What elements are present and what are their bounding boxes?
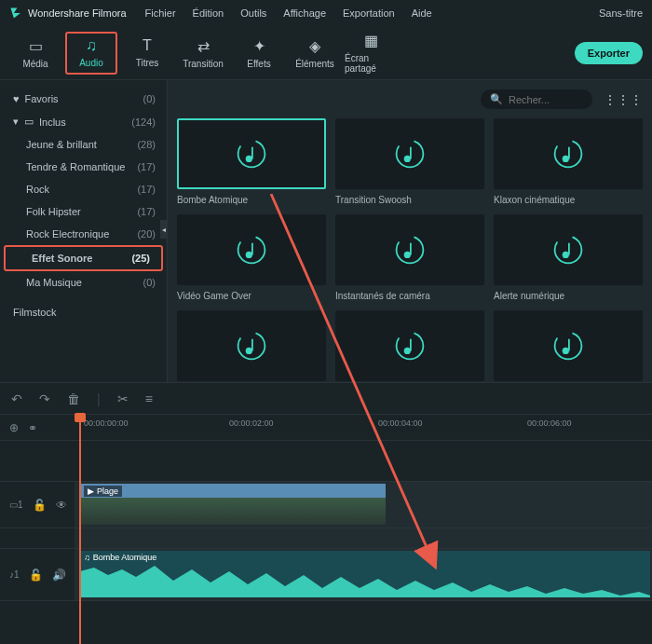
- delete-button[interactable]: 🗑: [67, 391, 80, 406]
- sidebar-inclus[interactable]: ▾▭Inclus (124): [0, 110, 167, 133]
- menu-fichier[interactable]: Fichier: [145, 7, 176, 19]
- sparkle-icon: ✦: [253, 37, 265, 55]
- sidebar-cat-3[interactable]: Folk Hipster(17): [0, 200, 167, 223]
- lock-icon[interactable]: 🔓: [33, 499, 47, 512]
- cut-button[interactable]: ✂: [117, 391, 129, 406]
- video-track-row: ▭1 🔓 👁 ▶Plage: [0, 481, 652, 528]
- menu-edition[interactable]: Édition: [193, 7, 224, 19]
- settings-button[interactable]: ≡: [145, 391, 153, 406]
- export-button[interactable]: Exporter: [575, 42, 643, 64]
- thumb-instantanes[interactable]: Instantanés de caméra: [335, 214, 484, 301]
- timeline: ⊕ ⚭ 00:00:00:00 00:00:02:00 00:00:04:00 …: [0, 414, 652, 619]
- search-icon: 🔍: [490, 93, 503, 105]
- audio-track-controls: ♪1 🔓 🔊: [0, 549, 75, 600]
- sidebar-cat-0[interactable]: Jeune & brillant(28): [0, 133, 167, 156]
- main-area: ♥Favoris (0) ▾▭Inclus (124) Jeune & bril…: [0, 80, 652, 382]
- tab-elements[interactable]: ◈ Éléments: [289, 32, 341, 75]
- video-clip[interactable]: ▶Plage: [80, 484, 386, 525]
- menu-affichage[interactable]: Affichage: [283, 7, 326, 19]
- thumb-transition-swoosh[interactable]: Transition Swoosh: [335, 118, 484, 205]
- audio-thumb-icon: [235, 329, 268, 363]
- ruler-controls: ⊕ ⚭: [0, 415, 75, 440]
- folder-icon: ▭: [24, 116, 34, 128]
- tab-media[interactable]: ▭ Média: [9, 32, 61, 75]
- search-box[interactable]: 🔍: [481, 89, 592, 109]
- music-note-icon: ♫: [86, 37, 97, 54]
- video-track-controls: ▭1 🔓 👁: [0, 482, 75, 528]
- tab-titres[interactable]: T Titres: [121, 32, 173, 75]
- sidebar-cat-effet-sonore[interactable]: Effet Sonore(25): [4, 245, 163, 271]
- menu-aide[interactable]: Aide: [412, 7, 432, 19]
- audio-thumb-icon: [551, 329, 585, 363]
- audio-thumb-icon: [551, 233, 585, 267]
- toolbar: ▭ Média ♫ Audio T Titres ⇄ Transition ✦ …: [0, 26, 652, 80]
- audio-track[interactable]: ♫Bombe Atomique: [75, 549, 652, 600]
- thumb-7[interactable]: [177, 310, 326, 381]
- sidebar-collapse-handle[interactable]: ◂: [160, 220, 168, 239]
- sidebar-cat-1[interactable]: Tendre & Romantique(17): [0, 156, 167, 178]
- content-area: 🔍 ⋮⋮⋮ Bombe Atomique Transition Swoosh K…: [168, 80, 652, 382]
- svg-point-11: [563, 252, 569, 258]
- play-icon: ▶: [88, 486, 94, 496]
- filmora-logo-icon: [9, 7, 22, 20]
- lock-icon[interactable]: 🔓: [29, 569, 43, 582]
- svg-point-7: [246, 252, 252, 258]
- folder-icon: ▭: [29, 37, 43, 55]
- heart-icon: ♥: [13, 93, 20, 104]
- thumb-klaxon[interactable]: Klaxon cinématique: [494, 118, 643, 205]
- waveform: [80, 564, 650, 597]
- app-logo: Wondershare Filmora: [9, 7, 127, 20]
- thumb-8[interactable]: [335, 310, 484, 381]
- undo-button[interactable]: ↶: [11, 391, 22, 406]
- thumb-game-over[interactable]: Vidéo Game Over: [177, 214, 326, 301]
- tab-transition[interactable]: ⇄ Transition: [177, 32, 229, 75]
- svg-point-5: [563, 156, 569, 162]
- sidebar-favoris[interactable]: ♥Favoris (0): [0, 88, 167, 110]
- sidebar-cat-4[interactable]: Rock Electronique(20): [0, 223, 167, 245]
- svg-point-15: [404, 348, 411, 354]
- thumb-9[interactable]: [494, 310, 643, 381]
- add-marker-button[interactable]: ⊕: [9, 421, 19, 434]
- app-name: Wondershare Filmora: [28, 7, 127, 19]
- audio-clip[interactable]: ♫Bombe Atomique: [80, 551, 650, 597]
- sidebar-filmstock[interactable]: Filmstock: [0, 301, 167, 323]
- menu-exportation[interactable]: Exportation: [343, 7, 395, 19]
- sidebar: ♥Favoris (0) ▾▭Inclus (124) Jeune & bril…: [0, 80, 168, 382]
- tab-split-screen[interactable]: ▦ Écran partagé: [345, 32, 397, 75]
- link-button[interactable]: ⚭: [28, 421, 37, 434]
- music-icon: ♫: [84, 553, 90, 562]
- sidebar-cat-2[interactable]: Rock(17): [0, 178, 167, 200]
- grid-view-toggle[interactable]: ⋮⋮⋮: [604, 92, 643, 107]
- thumb-alerte[interactable]: Alerte numérique: [494, 214, 643, 301]
- audio-thumb-icon: [235, 137, 268, 171]
- text-icon: T: [143, 37, 152, 54]
- audio-thumb-icon: [235, 233, 268, 267]
- time-ruler[interactable]: 00:00:00:00 00:00:02:00 00:00:04:00 00:0…: [75, 415, 652, 440]
- tab-effets[interactable]: ✦ Effets: [233, 32, 285, 75]
- chevron-down-icon: ▾: [13, 116, 19, 128]
- thumb-bombe-atomique[interactable]: Bombe Atomique: [177, 118, 326, 205]
- svg-point-17: [563, 348, 569, 354]
- transition-icon: ⇄: [197, 37, 210, 55]
- shapes-icon: ◈: [309, 37, 320, 55]
- playhead[interactable]: [79, 414, 81, 644]
- sidebar-cat-6[interactable]: Ma Musique(0): [0, 271, 167, 294]
- video-track[interactable]: ▶Plage: [75, 482, 652, 528]
- thumbnail-grid: Bombe Atomique Transition Swoosh Klaxon …: [177, 118, 643, 381]
- audio-thumb-icon: [393, 137, 427, 171]
- timeline-toolbar: ↶ ↷ 🗑 | ✂ ≡: [0, 382, 652, 414]
- document-title: Sans-titre: [599, 7, 643, 19]
- menu-outils[interactable]: Outils: [240, 7, 266, 19]
- svg-point-1: [246, 156, 252, 162]
- search-input[interactable]: [509, 94, 583, 105]
- svg-point-3: [404, 156, 411, 162]
- redo-button[interactable]: ↷: [39, 391, 50, 406]
- menubar: Wondershare Filmora Fichier Édition Outi…: [0, 0, 652, 26]
- audio-thumb-icon: [393, 329, 427, 363]
- audio-thumb-icon: [393, 233, 427, 267]
- split-icon: ▦: [364, 32, 378, 49]
- eye-icon[interactable]: 👁: [56, 499, 67, 512]
- svg-point-9: [404, 252, 411, 258]
- tab-audio[interactable]: ♫ Audio: [65, 32, 117, 75]
- speaker-icon[interactable]: 🔊: [52, 569, 66, 582]
